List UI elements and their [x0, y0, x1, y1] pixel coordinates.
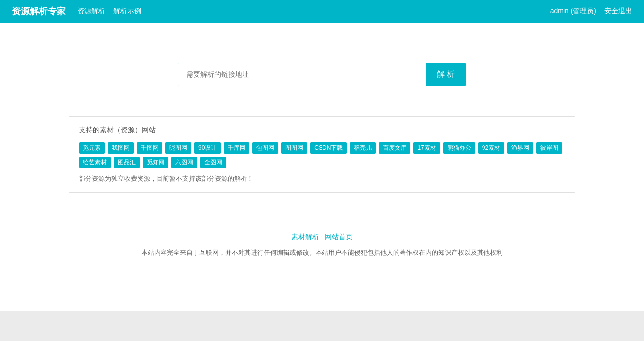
- site-tag[interactable]: 全图网: [200, 157, 226, 168]
- header-left: 资源解析专家 资源解析 解析示例: [12, 5, 141, 17]
- site-tag[interactable]: 六图网: [171, 157, 197, 168]
- bottom-bar: [0, 311, 644, 341]
- site-tag[interactable]: 觅元素: [79, 142, 105, 154]
- search-input[interactable]: [178, 63, 426, 86]
- site-tag[interactable]: 渔界网: [507, 142, 533, 154]
- site-tag[interactable]: CSDN下载: [310, 142, 347, 154]
- nav-resource-parse[interactable]: 资源解析: [78, 7, 105, 16]
- site-tag[interactable]: 包图网: [252, 142, 278, 154]
- site-tag[interactable]: 千库网: [224, 142, 249, 154]
- site-tag[interactable]: 绘艺素材: [79, 157, 111, 168]
- footer-disclaimer: 本站内容完全来自于互联网，并不对其进行任何编辑或修改。本站用户不能侵犯包括他人的…: [0, 248, 644, 258]
- logout-link[interactable]: 安全退出: [604, 7, 632, 16]
- site-tag[interactable]: 图图网: [281, 142, 307, 154]
- site-tag[interactable]: 彼岸图: [536, 142, 562, 154]
- site-tag[interactable]: 稻壳儿: [350, 142, 376, 154]
- sites-title: 支持的素材（资源）网站: [79, 126, 565, 135]
- header-nav: 资源解析 解析示例: [78, 7, 141, 16]
- nav-parse-example[interactable]: 解析示例: [113, 7, 141, 16]
- site-tag[interactable]: 90设计: [194, 142, 221, 154]
- header-right: admin (管理员) 安全退出: [550, 7, 632, 16]
- main-content: 解 析 支持的素材（资源）网站 觅元素我图网千图网昵图网90设计千库网包图网图图…: [0, 23, 644, 311]
- footer-link-home[interactable]: 网站首页: [325, 233, 353, 241]
- sites-tags: 觅元素我图网千图网昵图网90设计千库网包图网图图网CSDN下载稻壳儿百度文库17…: [79, 142, 565, 168]
- search-button[interactable]: 解 析: [426, 63, 466, 86]
- site-tag[interactable]: 觅知网: [143, 157, 168, 168]
- search-box: 解 析: [178, 63, 466, 86]
- footer-link-parse[interactable]: 素材解析: [291, 233, 319, 241]
- footer-links: 素材解析 网站首页: [0, 232, 644, 242]
- search-section: 解 析: [0, 23, 644, 116]
- site-tag[interactable]: 百度文库: [379, 142, 410, 154]
- sites-note: 部分资源为独立收费资源，目前暂不支持该部分资源的解析！: [79, 174, 565, 183]
- header: 资源解析专家 资源解析 解析示例 admin (管理员) 安全退出: [0, 0, 644, 23]
- footer-content: 素材解析 网站首页 本站内容完全来自于互联网，并不对其进行任何编辑或修改。本站用…: [0, 212, 644, 268]
- site-tag[interactable]: 17素材: [413, 142, 440, 154]
- site-tag[interactable]: 我图网: [108, 142, 134, 154]
- current-user: admin (管理员): [550, 7, 596, 16]
- site-tag[interactable]: 昵图网: [165, 142, 191, 154]
- site-brand: 资源解析专家: [12, 5, 66, 17]
- site-tag[interactable]: 92素材: [478, 142, 504, 154]
- site-tag[interactable]: 千图网: [137, 142, 162, 154]
- site-tag[interactable]: 熊猫办公: [443, 142, 475, 154]
- site-tag[interactable]: 图品汇: [114, 157, 140, 168]
- supported-sites-box: 支持的素材（资源）网站 觅元素我图网千图网昵图网90设计千库网包图网图图网CSD…: [69, 116, 575, 193]
